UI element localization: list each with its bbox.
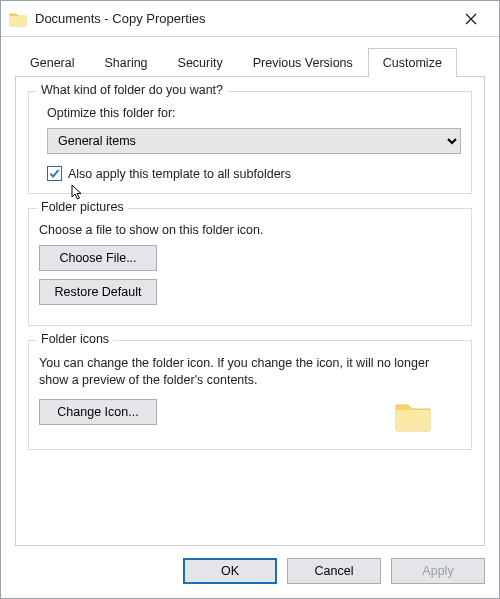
- choose-file-button[interactable]: Choose File...: [39, 245, 157, 271]
- checkmark-icon: [49, 168, 60, 179]
- folder-icon: [9, 10, 27, 28]
- cancel-button[interactable]: Cancel: [287, 558, 381, 584]
- content-area: General Sharing Security Previous Versio…: [1, 37, 499, 546]
- group-folder-icons-legend: Folder icons: [37, 332, 113, 346]
- tab-previous-versions[interactable]: Previous Versions: [238, 48, 368, 77]
- tab-security[interactable]: Security: [163, 48, 238, 77]
- tab-customize[interactable]: Customize: [368, 48, 457, 77]
- tab-strip: General Sharing Security Previous Versio…: [15, 47, 485, 77]
- group-folder-kind: What kind of folder do you want? Optimiz…: [28, 91, 472, 194]
- change-icon-button[interactable]: Change Icon...: [39, 399, 157, 425]
- group-folder-pictures: Folder pictures Choose a file to show on…: [28, 208, 472, 326]
- group-folder-kind-legend: What kind of folder do you want?: [37, 83, 227, 97]
- group-folder-icons: Folder icons You can change the folder i…: [28, 340, 472, 450]
- window-title: Documents - Copy Properties: [35, 11, 206, 26]
- tab-sharing[interactable]: Sharing: [89, 48, 162, 77]
- folder-pictures-desc: Choose a file to show on this folder ico…: [39, 223, 461, 237]
- titlebar: Documents - Copy Properties: [1, 1, 499, 37]
- restore-default-button[interactable]: Restore Default: [39, 279, 157, 305]
- customize-panel: What kind of folder do you want? Optimiz…: [15, 77, 485, 546]
- dialog-footer: OK Cancel Apply: [1, 546, 499, 598]
- close-icon: [465, 13, 477, 25]
- apply-button[interactable]: Apply: [391, 558, 485, 584]
- close-button[interactable]: [451, 5, 491, 33]
- properties-window: Documents - Copy Properties General Shar…: [0, 0, 500, 599]
- optimize-label: Optimize this folder for:: [47, 106, 461, 120]
- folder-icons-desc: You can change the folder icon. If you c…: [39, 355, 461, 389]
- folder-preview-icon: [393, 399, 433, 435]
- folder-icon: [393, 399, 433, 435]
- group-folder-pictures-legend: Folder pictures: [37, 200, 128, 214]
- tab-general[interactable]: General: [15, 48, 89, 77]
- ok-button[interactable]: OK: [183, 558, 277, 584]
- subfolders-checkbox-label: Also apply this template to all subfolde…: [68, 167, 291, 181]
- optimize-select[interactable]: General items: [47, 128, 461, 154]
- subfolders-checkbox[interactable]: [47, 166, 62, 181]
